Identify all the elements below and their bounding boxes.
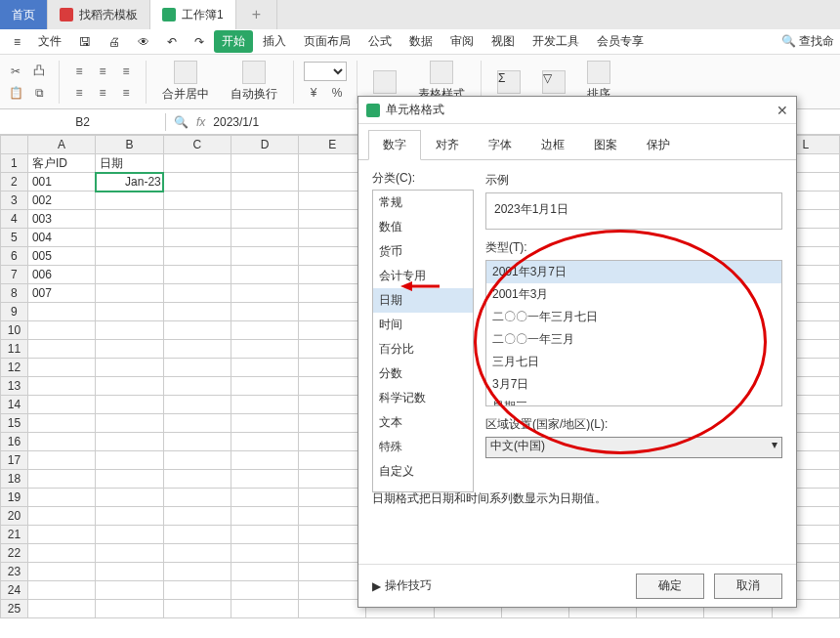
cell-A8[interactable]: 007 <box>27 284 95 303</box>
tab-home[interactable]: 首页 <box>0 0 48 29</box>
cat-date[interactable]: 日期 <box>373 288 473 313</box>
type-item-6[interactable]: 星期三 <box>486 396 781 406</box>
type-item-0[interactable]: 2001年3月7日 <box>486 261 781 283</box>
menu-view[interactable]: 视图 <box>483 30 523 53</box>
cell-A7[interactable]: 006 <box>27 266 95 284</box>
merge-label: 合并居中 <box>162 86 209 103</box>
cat-general[interactable]: 常规 <box>373 191 473 215</box>
cat-time[interactable]: 时间 <box>373 313 473 337</box>
wrap-text-button[interactable]: 自动换行 <box>225 59 283 105</box>
formula-value[interactable]: 2023/1/1 <box>213 115 259 129</box>
paste-icon[interactable]: 📋 <box>6 83 25 103</box>
sheet-icon <box>162 8 176 21</box>
menu-dev[interactable]: 开发工具 <box>525 30 587 53</box>
locale-select[interactable]: 中文(中国) ▾ <box>485 437 782 458</box>
tab-number[interactable]: 数字 <box>368 130 421 160</box>
sort-icon <box>587 61 610 84</box>
qat-preview-icon[interactable]: 👁 <box>130 32 157 52</box>
cat-currency[interactable]: 货币 <box>373 239 473 264</box>
cell-reference[interactable]: B2 <box>0 113 166 131</box>
cat-text[interactable]: 文本 <box>373 410 473 435</box>
cell-A4[interactable]: 003 <box>27 210 95 229</box>
tab-pattern[interactable]: 图案 <box>579 130 632 159</box>
type-item-2[interactable]: 二〇〇一年三月七日 <box>486 306 781 328</box>
merge-icon <box>174 61 197 84</box>
menu-vip[interactable]: 会员专享 <box>589 30 651 53</box>
cat-scientific[interactable]: 科学记数 <box>373 386 473 410</box>
tab-font[interactable]: 字体 <box>474 130 526 159</box>
cell-A6[interactable]: 005 <box>27 247 95 266</box>
align-center-icon[interactable]: ≡ <box>93 62 112 81</box>
tab-workbook[interactable]: 工作簿1 <box>150 0 236 29</box>
table-style-icon <box>430 61 453 84</box>
cell-A5[interactable]: 004 <box>27 229 95 247</box>
filter-button[interactable]: ▽ <box>536 68 571 96</box>
currency-icon[interactable]: ¥ <box>304 83 323 103</box>
cell-A3[interactable]: 002 <box>27 191 95 210</box>
category-list[interactable]: 常规 数值 货币 会计专用 日期 时间 百分比 分数 科学记数 文本 特殊 自定… <box>372 190 474 492</box>
align-right-icon[interactable]: ≡ <box>116 62 136 81</box>
tab-templates[interactable]: 找稻壳模板 <box>48 0 150 29</box>
qat-redo-icon[interactable]: ↷ <box>187 32 212 52</box>
type-item-3[interactable]: 二〇〇一年三月 <box>486 328 781 351</box>
format-painter-icon[interactable]: 凸 <box>29 62 49 81</box>
chevron-down-icon: ▾ <box>772 438 777 451</box>
type-item-4[interactable]: 三月七日 <box>486 351 781 373</box>
tab-workbook-label: 工作簿1 <box>182 7 224 23</box>
tab-protect[interactable]: 保护 <box>632 130 685 159</box>
cat-percent[interactable]: 百分比 <box>373 337 473 362</box>
tab-home-label: 首页 <box>12 7 35 23</box>
cond-format-button[interactable] <box>367 68 402 96</box>
sum-icon: Σ <box>497 70 521 94</box>
menu-review[interactable]: 审阅 <box>442 30 482 53</box>
percent-icon[interactable]: % <box>327 83 347 103</box>
menu-file[interactable]: 文件 <box>30 30 69 53</box>
merge-center-button[interactable]: 合并居中 <box>156 59 215 105</box>
cat-accounting[interactable]: 会计专用 <box>373 264 473 288</box>
align-middle-icon[interactable]: ≡ <box>93 83 112 103</box>
cat-special[interactable]: 特殊 <box>373 435 473 459</box>
menu-hamburger-icon[interactable]: ≡ <box>6 32 28 52</box>
menu-row: ≡ 文件 🖫 🖨 👁 ↶ ↷ 开始 插入 页面布局 公式 数据 审阅 视图 开发… <box>0 29 840 55</box>
type-list[interactable]: 2001年3月7日 2001年3月 二〇〇一年三月七日 二〇〇一年三月 三月七日… <box>485 260 782 406</box>
align-left-icon[interactable]: ≡ <box>69 62 89 81</box>
cancel-button[interactable]: 取消 <box>714 574 782 599</box>
menu-data[interactable]: 数据 <box>401 30 441 53</box>
cell-A2[interactable]: 001 <box>27 173 95 191</box>
sum-button[interactable]: Σ <box>491 68 526 96</box>
cut-icon[interactable]: ✂ <box>6 62 25 81</box>
cell-A1[interactable]: 客户ID <box>27 154 95 173</box>
number-format-select[interactable]: 自定义 <box>304 62 347 81</box>
qat-save-icon[interactable]: 🖫 <box>71 32 99 52</box>
close-icon[interactable]: ✕ <box>777 103 788 118</box>
cell-format-dialog: 单元格格式 ✕ 数字 对齐 字体 边框 图案 保护 分类(C): 常规 数值 货… <box>357 96 797 608</box>
type-label: 类型(T): <box>485 239 782 256</box>
zoom-icon[interactable]: 🔍 <box>174 115 189 129</box>
menu-start[interactable]: 开始 <box>214 30 253 53</box>
menu-layout[interactable]: 页面布局 <box>296 30 358 53</box>
ok-button[interactable]: 确定 <box>636 574 704 599</box>
tips-link[interactable]: ▶操作技巧 <box>372 577 432 594</box>
menu-formula[interactable]: 公式 <box>360 30 399 53</box>
copy-icon[interactable]: ⧉ <box>29 83 49 103</box>
search-box[interactable]: 🔍 查找命 <box>781 33 834 50</box>
tab-border[interactable]: 边框 <box>526 130 579 159</box>
menu-insert[interactable]: 插入 <box>255 30 294 53</box>
cell-B2-selected[interactable]: Jan-23 <box>96 173 163 191</box>
cat-fraction[interactable]: 分数 <box>373 362 473 386</box>
qat-print-icon[interactable]: 🖨 <box>101 32 128 52</box>
type-item-5[interactable]: 3月7日 <box>486 373 781 396</box>
window-tabs: 首页 找稻壳模板 工作簿1 + <box>0 0 840 29</box>
align-top-icon[interactable]: ≡ <box>69 83 89 103</box>
dialog-titlebar[interactable]: 单元格格式 ✕ <box>358 97 796 124</box>
cat-number[interactable]: 数值 <box>373 215 473 239</box>
cell-B1[interactable]: 日期 <box>96 154 163 173</box>
fx-icon[interactable]: fx <box>196 115 205 129</box>
qat-undo-icon[interactable]: ↶ <box>159 32 185 52</box>
type-item-1[interactable]: 2001年3月 <box>486 283 781 306</box>
tab-align[interactable]: 对齐 <box>421 130 474 159</box>
tab-add[interactable]: + <box>236 0 277 29</box>
cat-custom[interactable]: 自定义 <box>373 459 473 484</box>
align-bottom-icon[interactable]: ≡ <box>116 83 136 103</box>
wrap-icon <box>242 61 266 84</box>
